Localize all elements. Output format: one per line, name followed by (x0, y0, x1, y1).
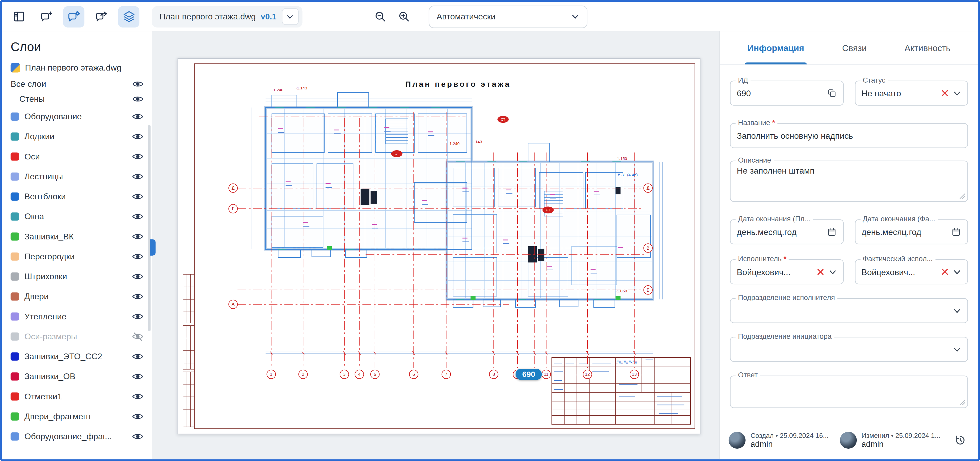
eye-icon (132, 290, 143, 302)
visibility-toggle[interactable] (128, 230, 147, 242)
svg-text:5: 5 (374, 372, 376, 377)
clear-icon[interactable] (941, 89, 949, 97)
modified-by: Изменил • 25.09.2024 1... admin (840, 431, 946, 448)
zoom-mode-select[interactable]: Автоматически (428, 5, 587, 28)
tab-links[interactable]: Связи (842, 31, 867, 64)
layer-row[interactable]: Зашивки_ЭТО_СС2 (2, 346, 152, 366)
clear-icon[interactable] (941, 268, 949, 276)
id-field[interactable]: ИД 690 (730, 81, 843, 105)
eye-icon (132, 130, 143, 142)
layer-row[interactable]: Отметки1 (2, 386, 152, 406)
layers-button[interactable] (118, 6, 139, 27)
drawing-sheet[interactable]: ######-## План первого этажа (178, 58, 701, 434)
layer-row[interactable]: Лоджии (2, 126, 152, 146)
copy-icon[interactable] (827, 88, 837, 98)
visibility-toggle[interactable] (128, 430, 147, 442)
resize-handle-icon[interactable] (959, 399, 966, 406)
visibility-toggle[interactable] (128, 130, 147, 142)
date-plan-field[interactable]: Дата окончания (Пл... день.месяц.год (730, 219, 843, 244)
dept-init-field[interactable]: Подразделение инициатора (730, 337, 968, 362)
layer-row[interactable]: Оборудование (2, 106, 152, 126)
layer-row[interactable]: Двери_фрагмент (2, 406, 152, 426)
chevron-down-icon[interactable] (953, 268, 961, 276)
zoom-out-button[interactable] (370, 6, 391, 27)
layer-row[interactable]: Оси (2, 146, 152, 166)
share-comment-button[interactable] (91, 6, 112, 27)
layer-row[interactable]: Перегородки (2, 246, 152, 266)
visibility-toggle[interactable] (128, 290, 147, 302)
layer-row[interactable]: Оборудование_фраг... (2, 426, 152, 446)
visibility-toggle[interactable] (128, 270, 147, 282)
visibility-toggle[interactable] (128, 330, 147, 342)
history-button[interactable] (951, 431, 969, 449)
tab-information[interactable]: Информация (748, 31, 804, 64)
visibility-toggle[interactable] (128, 191, 147, 202)
visibility-toggle[interactable] (128, 93, 147, 105)
file-name: План первого этажа.dwg (159, 12, 256, 21)
date-fact-field[interactable]: Дата окончания (Фа... день.месяц.год (855, 219, 968, 244)
visibility-toggle[interactable] (128, 390, 147, 402)
layer-row[interactable]: Окна (2, 206, 152, 226)
chevron-down-icon[interactable] (282, 8, 298, 25)
layer-list: Оборудование Лоджии (2, 106, 152, 446)
visibility-toggle[interactable] (128, 350, 147, 362)
assignee-fact-field[interactable]: Фактический испол... Войцехович... (855, 259, 968, 284)
calendar-icon[interactable] (827, 227, 837, 237)
name-field[interactable]: Название Заполнить основную надпись (730, 123, 968, 148)
description-field[interactable]: Описание Не заполнен штамп (730, 161, 968, 202)
calendar-icon[interactable] (951, 227, 961, 237)
answer-field[interactable]: Ответ (730, 375, 968, 408)
chevron-down-icon[interactable] (953, 345, 961, 353)
layer-row[interactable]: Утепление (2, 306, 152, 326)
svg-text:-1.240: -1.240 (448, 141, 460, 146)
dwg-file-icon (11, 63, 20, 73)
layer-row[interactable]: Оси-размеры (2, 326, 152, 346)
visibility-toggle[interactable] (128, 78, 147, 90)
visibility-toggle[interactable] (128, 210, 147, 222)
chevron-down-icon[interactable] (829, 268, 837, 276)
visibility-toggle[interactable] (128, 170, 147, 182)
layer-color-swatch (11, 232, 19, 240)
toolbar-icon-group (2, 6, 139, 27)
cad-drawing: ######-## План первого этажа (178, 59, 700, 434)
visibility-toggle[interactable] (128, 250, 147, 262)
sidebar-collapse-handle[interactable] (150, 239, 156, 256)
layer-group-walls[interactable]: Стены (2, 91, 152, 106)
layer-row[interactable]: Лестницы (2, 166, 152, 186)
layer-group-all[interactable]: Все слои (2, 76, 152, 91)
issue-badge[interactable]: 690 (515, 369, 542, 380)
zoom-in-button[interactable] (393, 6, 415, 27)
status-field[interactable]: Статус Не начато (855, 81, 968, 105)
layer-row[interactable]: Двери (2, 286, 152, 306)
eye-icon (132, 350, 143, 362)
sidebar-scrollbar[interactable] (148, 125, 151, 331)
eye-icon (132, 390, 143, 402)
drawing-canvas[interactable]: ######-## План первого этажа (152, 31, 720, 459)
add-comment-button[interactable] (36, 6, 57, 27)
visibility-toggle[interactable] (128, 150, 147, 162)
resize-handle-icon[interactable] (959, 193, 966, 199)
visibility-toggle[interactable] (128, 370, 147, 382)
panel-toggle-button[interactable] (8, 6, 29, 27)
tab-activity[interactable]: Активность (904, 31, 950, 64)
svg-text:8: 8 (493, 372, 495, 377)
chevron-down-icon[interactable] (953, 307, 961, 315)
file-chip[interactable]: План первого этажа.dwg v0.1 (152, 6, 302, 27)
visibility-toggle[interactable] (128, 310, 147, 322)
layer-color-swatch (11, 132, 19, 140)
visibility-toggle[interactable] (128, 410, 147, 422)
assignee-field[interactable]: Исполнитель Войцехович... (730, 259, 843, 284)
comment-settings-button[interactable] (63, 6, 84, 27)
visibility-toggle[interactable] (128, 110, 147, 122)
clear-icon[interactable] (816, 268, 824, 276)
file-tree-item[interactable]: План первого этажа.dwg (2, 59, 152, 76)
layer-color-swatch (11, 372, 19, 380)
layer-row[interactable]: Штриховки (2, 266, 152, 286)
layer-row[interactable]: Зашивки_ОВ (2, 366, 152, 386)
dept-exec-field[interactable]: Подразделение исполнителя (730, 298, 968, 323)
layer-row[interactable]: Вентблоки (2, 186, 152, 206)
eye-icon (132, 250, 143, 262)
chevron-down-icon[interactable] (953, 89, 961, 97)
layer-color-swatch (11, 212, 19, 220)
layer-row[interactable]: Зашивки_ВК (2, 226, 152, 246)
